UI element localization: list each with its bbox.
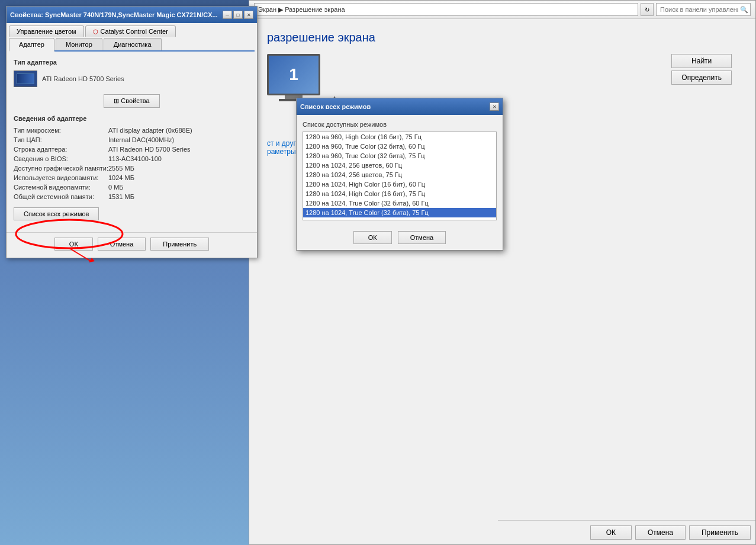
modes-listbox[interactable]: 1280 на 960, High Color (16 бит), 75 Гц1… <box>303 132 497 220</box>
close-button[interactable]: ✕ <box>244 11 253 19</box>
tab-diagnostics[interactable]: Диагностика <box>104 38 162 50</box>
modes-title: Список всех режимов <box>300 103 371 110</box>
detail-value: 0 МБ <box>108 184 124 191</box>
adapter-icon <box>14 70 37 87</box>
adapter-info-section: Сведения об адаптере <box>14 115 250 122</box>
modes-titlebar-buttons: ✕ <box>490 102 499 111</box>
bg-window-footer: ОК Отмена Применить <box>498 520 755 544</box>
modes-section-label: Список доступных режимов <box>303 121 497 128</box>
svg-marker-2 <box>89 258 95 262</box>
properties-title: Свойства: SyncMaster 740N/179N,SyncMaste… <box>10 11 218 18</box>
search-icon: 🔍 <box>740 6 748 14</box>
mode-item[interactable]: 1280 на 1024, High Color (16 бит), 60 Гц <box>303 179 496 189</box>
props-apply-button[interactable]: Применить <box>150 238 209 251</box>
mode-item[interactable]: 1280 на 1024, High Color (16 бит), 75 Гц <box>303 189 496 198</box>
detail-row: Системной видеопамяти:0 МБ <box>14 184 250 191</box>
properties-button[interactable]: ⊞ Свойства <box>104 94 159 108</box>
detail-value: ATI display adapter (0x688E) <box>108 127 192 134</box>
modes-cancel-button[interactable]: Отмена <box>398 231 446 244</box>
detail-row: Доступно графической памяти:2555 МБ <box>14 165 250 172</box>
bottom-tabs: Адаптер Монитор Диагностика <box>9 38 255 52</box>
monitor-preview: 1 <box>267 54 320 95</box>
detail-value: 2555 МБ <box>108 165 134 172</box>
titlebar-buttons: ─ □ ✕ <box>223 11 253 19</box>
top-tabs: Управление цветом ⬡ Catalyst Control Cen… <box>9 25 255 37</box>
adapter-details: Тип микросхем:ATI display adapter (0x688… <box>14 127 250 200</box>
mode-item[interactable]: 1280 на 1024, True Color (32 бита), 75 Г… <box>303 208 496 217</box>
page-title: разрешение экрана <box>267 31 738 44</box>
detail-label: Используется видеопамяти: <box>14 174 108 181</box>
modes-footer: ОК Отмена <box>297 226 503 250</box>
properties-dialog: Свойства: SyncMaster 740N/179N,SyncMaste… <box>6 6 258 258</box>
detail-value: ATI Radeon HD 5700 Series <box>108 146 191 153</box>
bg-cancel-button[interactable]: Отмена <box>635 525 686 540</box>
detail-label: Тип ЦАП: <box>14 136 108 143</box>
detail-row: Общей системной памяти:1531 МБ <box>14 193 250 200</box>
detail-label: Системной видеопамяти: <box>14 184 108 191</box>
detail-row: Тип микросхем:ATI display adapter (0x688… <box>14 127 250 134</box>
modes-body: Список доступных режимов 1280 на 960, Hi… <box>297 115 503 226</box>
detail-row: Используется видеопамяти:1024 МБ <box>14 174 250 181</box>
all-modes-button[interactable]: Список всех режимов <box>14 207 99 220</box>
detail-label: Тип микросхем: <box>14 127 108 134</box>
bg-ok-button[interactable]: ОК <box>590 525 632 540</box>
mode-item[interactable]: 1280 на 1024, True Color (32 бита), 60 Г… <box>303 198 496 208</box>
modes-ok-button[interactable]: ОК <box>353 231 392 244</box>
dialog-body: Тип адаптера ATI Radeon HD 5700 Series ⊞… <box>7 52 257 232</box>
mode-item[interactable]: 1280 на 1024, 256 цветов, 75 Гц <box>303 170 496 179</box>
properties-footer: ОК Отмена Применить <box>7 232 257 258</box>
tab-adapter[interactable]: Адаптер <box>9 38 54 52</box>
detail-label: Общей системной памяти: <box>14 193 108 200</box>
props-ok-button[interactable]: ОК <box>54 238 93 251</box>
toolbar: ↻ 🔍 <box>249 1 755 19</box>
monitor-number: 1 <box>289 65 298 84</box>
address-bar-input[interactable] <box>254 3 638 16</box>
bg-apply-button[interactable]: Применить <box>689 525 751 540</box>
find-button[interactable]: Найти <box>671 54 732 68</box>
adapter-info-row: ATI Radeon HD 5700 Series <box>14 70 250 87</box>
mode-item[interactable]: 1280 на 1024, 256 цветов, 60 Гц <box>303 161 496 170</box>
tab-monitor[interactable]: Монитор <box>56 38 102 50</box>
tabs-bar: Управление цветом ⬡ Catalyst Control Cen… <box>7 23 257 52</box>
catalyst-icon: ⬡ <box>93 28 98 35</box>
adapter-name-label: ATI Radeon HD 5700 Series <box>42 75 124 82</box>
adapter-icon-inner <box>17 73 34 84</box>
minimize-button[interactable]: ─ <box>223 11 232 19</box>
properties-titlebar: Свойства: SyncMaster 740N/179N,SyncMaste… <box>7 7 257 23</box>
tab-catalyst[interactable]: ⬡ Catalyst Control Center <box>85 25 176 37</box>
screen-resolution-window: ↻ 🔍 разрешение экрана 1 <box>249 0 756 545</box>
all-modes-dialog: Список всех режимов ✕ Список доступных р… <box>296 98 503 251</box>
detail-label: Доступно графической памяти: <box>14 165 108 172</box>
detail-value: 113-AC34100-100 <box>108 155 162 162</box>
detail-row: Сведения о BIOS:113-AC34100-100 <box>14 155 250 162</box>
detail-value: 1531 МБ <box>108 193 134 200</box>
detail-label: Сведения о BIOS: <box>14 155 108 162</box>
mode-item[interactable]: 1280 на 960, True Color (32 бита), 60 Гц <box>303 142 496 151</box>
mode-item[interactable]: 1280 на 960, True Color (32 бита), 75 Гц <box>303 151 496 161</box>
maximize-button[interactable]: □ <box>233 11 243 19</box>
adapter-type-section: Тип адаптера <box>14 59 250 66</box>
modes-titlebar: Список всех режимов ✕ <box>297 98 503 115</box>
detail-value: Internal DAC(400MHz) <box>108 136 174 143</box>
identify-button[interactable]: Определить <box>671 70 732 85</box>
modes-close-button[interactable]: ✕ <box>490 102 499 111</box>
tab-color-management[interactable]: Управление цветом <box>9 25 84 37</box>
desktop: ↻ 🔍 разрешение экрана 1 <box>0 0 756 545</box>
detail-label: Строка адаптера: <box>14 146 108 153</box>
mode-item[interactable]: 1280 на 960, High Color (16 бит), 75 Гц <box>303 132 496 142</box>
detail-row: Строка адаптера:ATI Radeon HD 5700 Serie… <box>14 146 250 153</box>
address-bar: ↻ <box>254 3 654 16</box>
props-cancel-button[interactable]: Отмена <box>98 238 146 251</box>
all-modes-wrapper: Список всех режимов <box>14 207 99 225</box>
detail-value: 1024 МБ <box>108 174 134 181</box>
search-input[interactable] <box>656 3 751 16</box>
detail-row: Тип ЦАП:Internal DAC(400MHz) <box>14 136 250 143</box>
address-refresh-button[interactable]: ↻ <box>641 3 654 16</box>
